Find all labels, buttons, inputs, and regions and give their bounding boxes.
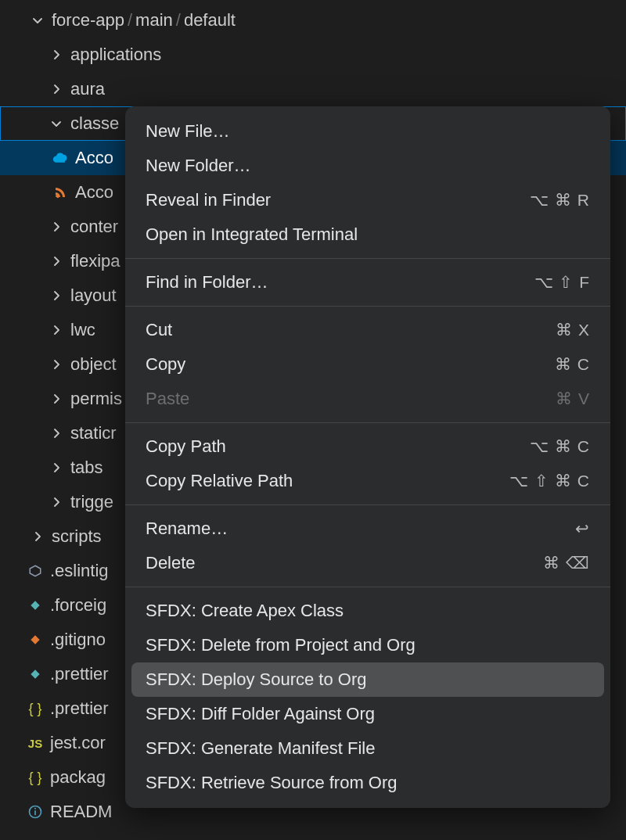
folder-label: object <box>70 354 117 375</box>
menu-item-sfdx-retrieve-source-from-org[interactable]: SFDX: Retrieve Source from Org <box>125 766 610 800</box>
chevron-right-icon <box>49 47 64 63</box>
folder-label: aura <box>70 79 105 99</box>
file-label: .forceig <box>50 595 106 616</box>
menu-item-copy[interactable]: Copy⌘ C <box>125 347 610 382</box>
menu-item-label: SFDX: Generate Manifest File <box>146 738 375 759</box>
menu-item-shortcut: ⌘ ⌫ <box>543 554 590 573</box>
menu-item-label: Open in Integrated Terminal <box>146 224 358 245</box>
menu-item-shortcut: ⌘ V <box>556 389 590 408</box>
menu-item-shortcut: ⌘ C <box>555 355 590 374</box>
menu-item-label: Rename… <box>146 519 228 539</box>
menu-item-delete[interactable]: Delete⌘ ⌫ <box>125 546 610 580</box>
chevron-right-icon <box>49 460 64 476</box>
menu-item-sfdx-create-apex-class[interactable]: SFDX: Create Apex Class <box>125 594 610 628</box>
svg-rect-3 <box>31 635 39 644</box>
file-label: Acco <box>75 182 113 203</box>
diamond-icon <box>27 666 44 683</box>
folder-label: layout <box>70 285 117 306</box>
svg-rect-2 <box>31 601 39 609</box>
menu-item-label: Reveal in Finder <box>146 190 271 210</box>
folder-label: tabs <box>70 458 103 478</box>
chevron-right-icon <box>30 529 45 544</box>
menu-item-open-in-integrated-terminal[interactable]: Open in Integrated Terminal <box>125 217 610 252</box>
menu-item-shortcut: ⌥ ⇧ F <box>534 273 591 292</box>
braces-icon: { } <box>27 700 44 717</box>
menu-item-label: New Folder… <box>146 156 250 176</box>
menu-separator <box>125 504 610 505</box>
svg-point-7 <box>34 808 36 809</box>
menu-item-label: Paste <box>146 389 189 409</box>
menu-item-new-folder[interactable]: New Folder… <box>125 149 610 183</box>
menu-item-label: Cut <box>146 320 172 340</box>
menu-separator <box>125 587 610 587</box>
context-menu: New File…New Folder…Reveal in Finder⌥ ⌘ … <box>125 106 610 808</box>
chevron-right-icon <box>49 425 64 441</box>
folder-label: lwc <box>70 320 95 340</box>
folder-label: flexipa <box>70 251 121 271</box>
menu-item-sfdx-deploy-source-to-org[interactable]: SFDX: Deploy Source to Org <box>131 662 604 697</box>
folder-label: scripts <box>52 526 102 547</box>
menu-item-label: Delete <box>146 553 196 573</box>
menu-item-label: Copy <box>146 354 185 375</box>
menu-item-shortcut: ⌥ ⌘ R <box>530 191 590 210</box>
menu-item-find-in-folder[interactable]: Find in Folder…⌥ ⇧ F <box>125 265 610 300</box>
file-label: .prettier <box>50 664 109 684</box>
menu-separator <box>125 306 610 307</box>
menu-item-label: Copy Path <box>146 436 226 457</box>
menu-item-label: SFDX: Deploy Source to Org <box>146 669 366 690</box>
menu-item-shortcut: ⌘ X <box>556 321 590 339</box>
menu-item-sfdx-diff-folder-against-org[interactable]: SFDX: Diff Folder Against Org <box>125 697 610 731</box>
rss-icon <box>52 184 69 201</box>
info-icon <box>27 803 44 820</box>
file-label: jest.cor <box>50 733 106 753</box>
folder-label: classe <box>70 113 119 134</box>
file-label: Acco <box>75 148 113 168</box>
js-icon: JS <box>27 734 44 752</box>
menu-item-shortcut: ⌥ ⌘ C <box>530 437 590 456</box>
menu-item-label: SFDX: Diff Folder Against Org <box>146 704 375 724</box>
menu-item-sfdx-generate-manifest-file[interactable]: SFDX: Generate Manifest File <box>125 731 610 766</box>
file-label: .prettier <box>50 698 109 719</box>
cloud-icon <box>52 149 69 167</box>
menu-item-shortcut: ↩ <box>575 519 590 538</box>
folder-aura[interactable]: aura <box>0 72 626 106</box>
file-label: packag <box>50 767 106 788</box>
menu-item-label: SFDX: Retrieve Source from Org <box>146 773 398 793</box>
chevron-right-icon <box>49 322 64 338</box>
folder-root[interactable]: force-app/main/default <box>0 3 626 38</box>
menu-item-reveal-in-finder[interactable]: Reveal in Finder⌥ ⌘ R <box>125 183 610 217</box>
file-label: .eslintig <box>50 561 109 581</box>
chevron-right-icon <box>49 357 64 372</box>
menu-item-paste: Paste⌘ V <box>125 382 610 416</box>
folder-label: trigge <box>70 492 113 512</box>
braces-icon: { } <box>27 769 44 786</box>
folder-applications[interactable]: applications <box>0 38 626 72</box>
eslint-icon <box>27 562 44 580</box>
menu-item-rename[interactable]: Rename…↩ <box>125 512 610 546</box>
folder-label: permis <box>70 389 122 409</box>
svg-point-0 <box>56 195 58 197</box>
chevron-right-icon <box>49 391 64 407</box>
chevron-right-icon <box>49 253 64 269</box>
menu-item-copy-path[interactable]: Copy Path⌥ ⌘ C <box>125 429 610 464</box>
menu-item-label: SFDX: Create Apex Class <box>146 601 344 621</box>
menu-item-copy-relative-path[interactable]: Copy Relative Path⌥ ⇧ ⌘ C <box>125 464 610 498</box>
menu-item-sfdx-delete-from-project-and-org[interactable]: SFDX: Delete from Project and Org <box>125 628 610 662</box>
folder-label: staticr <box>70 423 117 443</box>
svg-rect-4 <box>31 669 39 678</box>
chevron-down-icon <box>49 116 64 131</box>
file-label: READM <box>50 802 112 822</box>
chevron-right-icon <box>49 81 64 97</box>
folder-label: conter <box>70 217 118 237</box>
git-icon <box>27 631 44 648</box>
chevron-right-icon <box>49 288 64 303</box>
breadcrumb: force-app/main/default <box>52 10 236 31</box>
menu-item-label: Find in Folder… <box>146 272 268 293</box>
menu-item-cut[interactable]: Cut⌘ X <box>125 313 610 347</box>
chevron-right-icon <box>49 494 64 510</box>
menu-item-label: Copy Relative Path <box>146 471 293 491</box>
menu-separator <box>125 258 610 259</box>
menu-item-new-file[interactable]: New File… <box>125 114 610 149</box>
file-label: .gitigno <box>50 630 106 650</box>
menu-separator <box>125 422 610 423</box>
